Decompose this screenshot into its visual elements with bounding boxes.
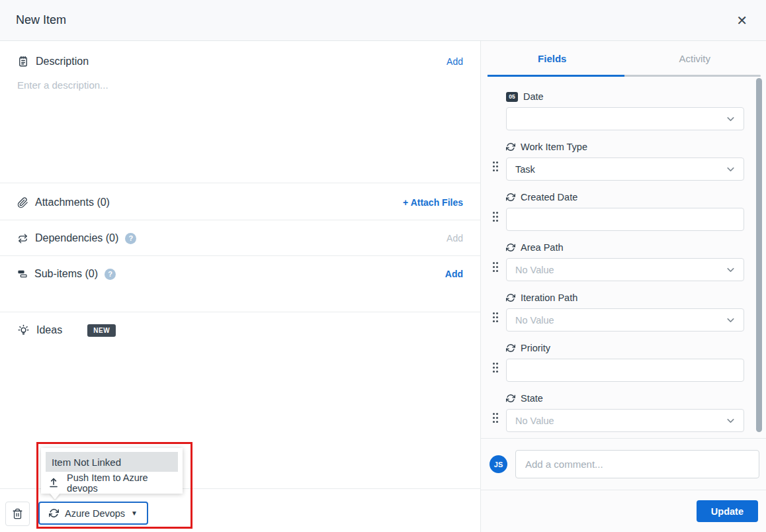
- field-label-work-item-type: Work Item Type: [506, 140, 744, 154]
- help-icon[interactable]: ?: [125, 233, 136, 244]
- divider: [0, 255, 480, 256]
- azure-devops-menu: Item Not Linked Push Item to Azure devop…: [41, 448, 183, 494]
- description-add-button[interactable]: Add: [447, 56, 463, 67]
- field-input-state[interactable]: No Value: [506, 409, 744, 432]
- detail-panel: Description Add Enter a description... A…: [0, 41, 481, 532]
- upload-icon: [48, 477, 59, 488]
- attach-files-button[interactable]: + Attach Files: [403, 197, 463, 208]
- fields-list: 05DateWork Item TypeTaskCreated DateArea…: [481, 76, 766, 438]
- field-input-work-item-type[interactable]: Task: [506, 157, 744, 181]
- drag-handle[interactable]: [493, 262, 495, 264]
- tab-bar: Fields Activity: [481, 41, 766, 76]
- divider: [0, 312, 480, 312]
- divider: [0, 183, 480, 183]
- field-date: 05Date: [506, 90, 744, 130]
- sync-icon: [506, 193, 515, 202]
- paperclip-icon: [17, 197, 28, 208]
- tab-fields[interactable]: Fields: [481, 41, 624, 76]
- update-button[interactable]: Update: [697, 500, 758, 522]
- modal-footer: Update: [481, 490, 766, 532]
- trash-icon: [12, 508, 23, 519]
- field-input-area-path[interactable]: No Value: [506, 258, 744, 281]
- drag-handle[interactable]: [493, 212, 495, 214]
- calendar-date-icon: 05: [506, 92, 518, 102]
- description-placeholder[interactable]: Enter a description...: [17, 79, 108, 91]
- dependencies-label: Dependencies (0): [35, 232, 118, 244]
- attachments-label: Attachments (0): [35, 197, 110, 208]
- azure-devops-button-label: Azure Devops: [65, 508, 125, 519]
- link-status-label: Item Not Linked: [46, 452, 178, 472]
- subitems-label: Sub-items (0): [34, 268, 98, 280]
- close-icon[interactable]: ✕: [734, 11, 750, 30]
- divider: [0, 220, 480, 220]
- scrollbar-thumb[interactable]: [756, 78, 762, 432]
- drag-handle[interactable]: [493, 161, 495, 163]
- field-iteration-path: Iteration PathNo Value: [506, 291, 744, 332]
- field-label-date: 05Date: [506, 90, 744, 103]
- subitems-add-button[interactable]: Add: [445, 269, 463, 279]
- comment-section: JS: [481, 438, 766, 490]
- sync-icon: [506, 394, 515, 403]
- page-title: New Item: [16, 13, 66, 27]
- menu-pointer: [50, 493, 60, 500]
- field-input-created-date[interactable]: [506, 208, 744, 231]
- sync-icon: [506, 343, 515, 353]
- description-label: Description: [36, 56, 89, 67]
- new-badge: NEW: [87, 324, 116, 337]
- sync-icon: [506, 142, 515, 152]
- sync-icon: [49, 508, 59, 518]
- field-created-date: Created Date: [506, 191, 744, 231]
- drag-handle[interactable]: [493, 413, 495, 415]
- drag-handle[interactable]: [493, 312, 495, 314]
- field-work-item-type: Work Item TypeTask: [506, 140, 744, 181]
- description-section-header: Description Add: [17, 52, 463, 71]
- field-input-date[interactable]: [506, 107, 744, 130]
- field-label-created-date: Created Date: [506, 191, 744, 204]
- dependencies-section-header: Dependencies (0) ? Add: [17, 228, 463, 248]
- tab-activity[interactable]: Activity: [624, 41, 766, 76]
- field-input-priority[interactable]: [506, 359, 744, 382]
- push-item-menu-item[interactable]: Push Item to Azure devops: [41, 472, 183, 494]
- field-label-state: State: [506, 392, 744, 405]
- field-input-iteration-path[interactable]: No Value: [506, 308, 744, 332]
- help-icon[interactable]: ?: [105, 269, 116, 280]
- delete-item-button[interactable]: [5, 502, 30, 526]
- sync-icon: [506, 293, 515, 302]
- lightbulb-icon: [17, 324, 30, 337]
- swap-arrows-icon: [17, 233, 28, 244]
- field-label-iteration-path: Iteration Path: [506, 291, 744, 304]
- ideas-label: Ideas: [36, 324, 62, 336]
- ideas-section-header: Ideas NEW: [17, 320, 463, 340]
- azure-devops-button[interactable]: Azure Devops ▼: [38, 502, 148, 525]
- field-label-priority: Priority: [506, 341, 744, 355]
- stacked-items-icon: [17, 269, 28, 279]
- avatar: JS: [489, 455, 507, 473]
- notepad-icon: [17, 56, 29, 67]
- field-priority: Priority: [506, 341, 744, 382]
- field-state: StateNo Value: [506, 392, 744, 432]
- subitems-section-header: Sub-items (0) ? Add: [17, 264, 463, 284]
- field-area-path: Area PathNo Value: [506, 241, 744, 281]
- field-label-area-path: Area Path: [506, 241, 744, 254]
- drag-handle[interactable]: [493, 363, 495, 365]
- attachments-section-header: Attachments (0) + Attach Files: [17, 193, 463, 212]
- modal-header: New Item ✕: [0, 0, 766, 41]
- sync-icon: [506, 243, 515, 252]
- push-item-label: Push Item to Azure devops: [67, 472, 175, 494]
- caret-down-icon: ▼: [131, 510, 138, 517]
- dependencies-add-button[interactable]: Add: [447, 233, 463, 244]
- fields-panel: Fields Activity 05DateWork Item TypeTask…: [481, 41, 766, 532]
- comment-input[interactable]: [515, 450, 759, 478]
